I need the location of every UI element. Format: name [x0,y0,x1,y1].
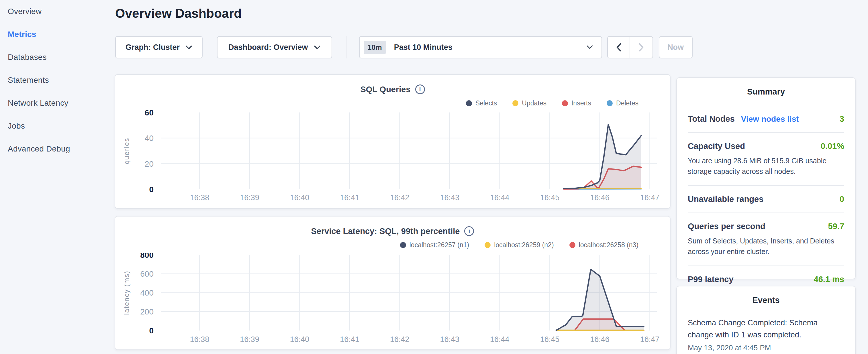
svg-text:0: 0 [149,185,154,194]
sidebar-item-jobs[interactable]: Jobs [0,115,115,137]
qps-label: Queries per second [688,222,766,231]
graph-dropdown-label: Graph: Cluster [125,43,180,52]
divider [688,213,844,213]
info-icon[interactable] [464,226,474,236]
time-prev-button[interactable] [607,36,630,58]
total-nodes-value: 3 [840,114,844,124]
svg-text:40: 40 [145,134,154,142]
view-nodes-list-link[interactable]: View nodes list [741,115,799,124]
time-next-button[interactable] [630,36,653,58]
svg-text:0: 0 [149,326,154,335]
n2-dot-icon [485,242,491,248]
sidebar: Overview Metrics Databases Statements Ne… [0,0,115,160]
service-latency-plot: 16:3816:3916:4016:4116:4216:4316:4416:45… [115,253,671,351]
chevron-left-icon [616,43,621,52]
summary-row-unavailable-ranges: Unavailable ranges 0 [688,194,844,204]
summary-row-total-nodes: Total Nodes View nodes list 3 [688,114,844,124]
service-latency-legend: localhost:26257 (n1) localhost:26259 (n2… [400,241,639,249]
svg-text:60: 60 [145,110,154,117]
legend-item-n3[interactable]: localhost:26258 (n3) [569,241,639,249]
qps-value: 59.7 [828,222,844,231]
svg-text:16:46: 16:46 [590,335,610,344]
svg-text:16:43: 16:43 [440,335,459,344]
summary-title: Summary [677,87,855,97]
summary-row-capacity: Capacity Used 0.01% [688,141,844,151]
controls-row: Graph: Cluster Dashboard: Overview 10m P… [115,36,693,58]
chevron-down-icon [314,45,321,50]
sql-queries-legend: Selects Updates Inserts Deletes [466,99,639,107]
divider [688,265,844,266]
svg-text:16:41: 16:41 [340,193,359,202]
controls-divider [346,36,346,58]
event-item-text[interactable]: Schema Change Completed: Schema change w… [688,317,844,341]
n3-dot-icon [569,242,576,248]
now-button[interactable]: Now [659,36,693,58]
svg-text:16:40: 16:40 [290,335,309,344]
sql-queries-plot: 16:3816:3916:4016:4116:4216:4316:4416:45… [115,110,671,204]
legend-item-updates[interactable]: Updates [513,99,547,107]
chevron-down-icon [587,45,593,49]
svg-text:16:40: 16:40 [290,193,309,202]
sidebar-item-advanced-debug[interactable]: Advanced Debug [0,137,115,160]
svg-text:queries: queries [123,137,130,164]
event-item-timestamp: May 13, 2020 at 4:45 PM [688,344,844,352]
inserts-dot-icon [562,100,568,106]
unavailable-ranges-label: Unavailable ranges [688,194,764,204]
time-window-label: Past 10 Minutes [394,43,587,52]
time-window-selector[interactable]: 10m Past 10 Minutes [359,36,602,58]
legend-item-n1[interactable]: localhost:26257 (n1) [400,241,469,249]
selects-dot-icon [466,100,472,106]
svg-text:16:43: 16:43 [440,193,459,202]
chevron-down-icon [185,45,192,50]
time-window-badge: 10m [364,41,386,54]
svg-text:16:45: 16:45 [540,335,560,344]
divider [688,132,844,133]
chart-title-sql-queries: SQL Queries [360,85,410,94]
svg-text:600: 600 [140,269,154,279]
sidebar-item-network-latency[interactable]: Network Latency [0,92,115,115]
svg-text:16:46: 16:46 [590,193,610,202]
capacity-used-value: 0.01% [821,141,844,151]
svg-text:20: 20 [145,160,154,168]
sql-queries-chart-card: SQL Queries Selects Updates Inserts Dele… [115,74,671,209]
svg-text:16:44: 16:44 [490,335,509,344]
info-icon[interactable] [415,85,425,94]
dashboard-dropdown[interactable]: Dashboard: Overview [217,36,332,58]
svg-text:16:47: 16:47 [640,193,660,202]
chart-title-service-latency: Service Latency: SQL, 99th percentile [311,227,460,236]
svg-text:16:42: 16:42 [390,193,409,202]
sidebar-item-databases[interactable]: Databases [0,46,115,69]
total-nodes-label: Total Nodes [688,114,735,124]
svg-text:16:39: 16:39 [240,335,259,344]
qps-caption: Sum of Selects, Updates, Inserts, and De… [688,236,844,257]
chevron-right-icon [639,43,644,52]
updates-dot-icon [513,100,518,106]
events-panel: Events Schema Change Completed: Schema c… [676,286,856,354]
legend-item-n2[interactable]: localhost:26259 (n2) [485,241,554,249]
summary-row-qps: Queries per second 59.7 [688,222,844,231]
dashboard-dropdown-label: Dashboard: Overview [228,43,308,52]
svg-text:16:44: 16:44 [490,193,509,202]
svg-text:16:47: 16:47 [640,335,660,344]
svg-text:16:41: 16:41 [340,335,359,344]
svg-text:16:38: 16:38 [190,335,210,344]
svg-text:16:38: 16:38 [190,193,210,202]
p99-latency-value: 46.1 ms [814,275,844,284]
sidebar-item-overview[interactable]: Overview [0,0,115,23]
summary-row-p99: P99 latency 46.1 ms [688,275,844,284]
svg-text:200: 200 [140,307,154,316]
capacity-caption: You are using 28.6 MiB of 515.9 GiB usab… [688,156,844,177]
graph-dropdown[interactable]: Graph: Cluster [115,36,203,58]
svg-text:800: 800 [140,253,154,259]
sidebar-item-metrics[interactable]: Metrics [0,23,115,46]
svg-text:400: 400 [140,288,154,297]
summary-panel: Summary Total Nodes View nodes list 3 Ca… [676,77,856,279]
sidebar-item-statements[interactable]: Statements [0,69,115,92]
legend-item-deletes[interactable]: Deletes [607,99,639,107]
events-title: Events [677,296,855,305]
divider [688,185,844,186]
capacity-used-label: Capacity Used [688,141,745,151]
legend-item-selects[interactable]: Selects [466,99,497,107]
legend-item-inserts[interactable]: Inserts [562,99,591,107]
svg-text:16:45: 16:45 [540,193,560,202]
